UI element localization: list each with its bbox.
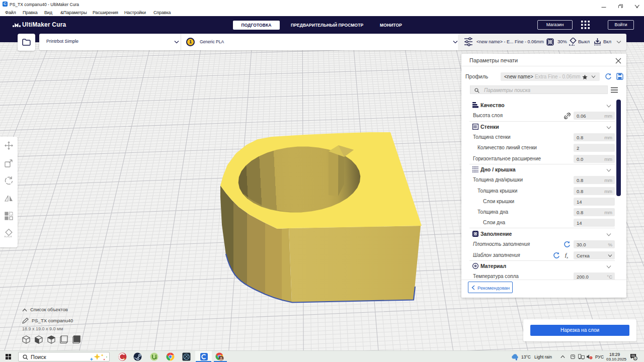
svg-text:11: 11 [634, 357, 637, 360]
